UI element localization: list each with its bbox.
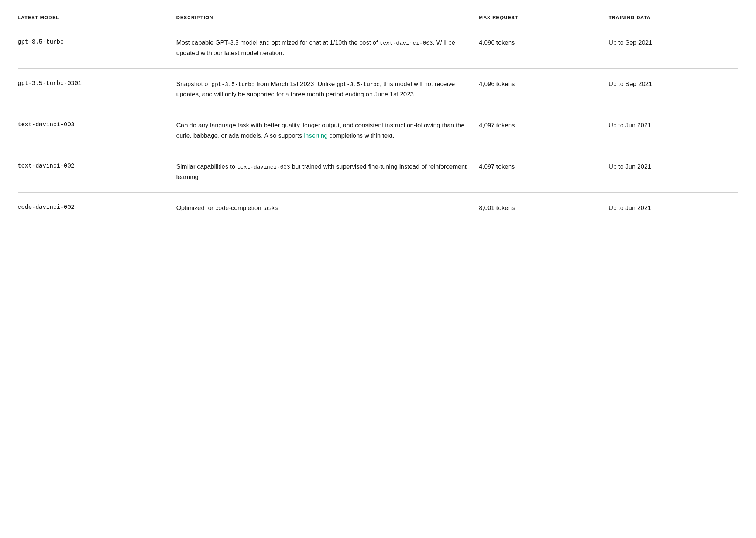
col-header-training-data: TRAINING DATA [609,15,738,27]
col-header-model: LATEST MODEL [18,15,176,27]
inline-code: text-davinci-003 [237,164,290,170]
max-request: 8,001 tokens [479,192,608,223]
inline-code: gpt-3.5-turbo [337,82,380,88]
models-table: LATEST MODEL DESCRIPTION MAX REQUEST TRA… [18,15,738,223]
col-header-max-request: MAX REQUEST [479,15,608,27]
max-request: 4,096 tokens [479,69,608,110]
table-row: text-davinci-002Similar capabilities to … [18,151,738,192]
training-data: Up to Sep 2021 [609,27,738,69]
training-data: Up to Jun 2021 [609,192,738,223]
max-request: 4,097 tokens [479,110,608,151]
model-description: Most capable GPT-3.5 model and optimized… [176,27,479,69]
training-data: Up to Sep 2021 [609,69,738,110]
model-name: gpt-3.5-turbo-0301 [18,69,176,110]
training-data: Up to Jun 2021 [609,151,738,192]
inline-code: gpt-3.5-turbo [212,82,255,88]
description-link[interactable]: inserting [304,132,327,139]
training-data: Up to Jun 2021 [609,110,738,151]
model-name: text-davinci-002 [18,151,176,192]
model-description: Similar capabilities to text-davinci-003… [176,151,479,192]
model-description: Snapshot of gpt-3.5-turbo from March 1st… [176,69,479,110]
table-row: text-davinci-003Can do any language task… [18,110,738,151]
model-description: Optimized for code-completion tasks [176,192,479,223]
max-request: 4,096 tokens [479,27,608,69]
model-name: text-davinci-003 [18,110,176,151]
table-row: gpt-3.5-turboMost capable GPT-3.5 model … [18,27,738,69]
col-header-description: DESCRIPTION [176,15,479,27]
model-name: gpt-3.5-turbo [18,27,176,69]
max-request: 4,097 tokens [479,151,608,192]
table-row: code-davinci-002Optimized for code-compl… [18,192,738,223]
model-description: Can do any language task with better qua… [176,110,479,151]
inline-code: text-davinci-003 [379,40,433,46]
model-name: code-davinci-002 [18,192,176,223]
table-row: gpt-3.5-turbo-0301Snapshot of gpt-3.5-tu… [18,69,738,110]
